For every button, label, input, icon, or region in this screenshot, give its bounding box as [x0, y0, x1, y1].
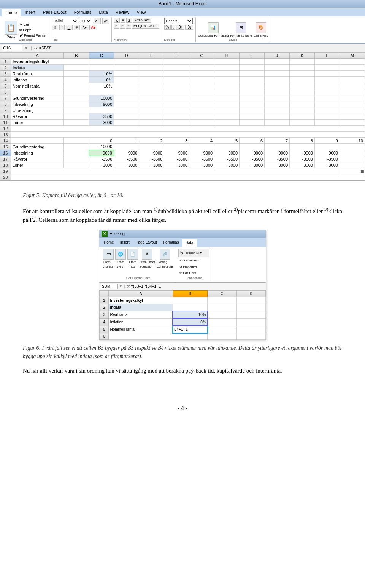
excel2-table-row: 6: [100, 333, 266, 340]
excel2-formula-content: =(B3+1)*(B4+1)-1: [131, 284, 264, 290]
col-i-header[interactable]: I: [240, 53, 265, 59]
formula-display: =$B$8: [39, 46, 363, 50]
existing-connections-button[interactable]: 🔗 ExistingConnections: [157, 249, 173, 269]
table-row: 7 Grundinvestering -10000: [0, 95, 365, 101]
excel2-tab-formulas[interactable]: Formulas: [160, 239, 182, 247]
bold-button[interactable]: B: [52, 25, 59, 30]
decrease-decimal-button[interactable]: .0↓: [185, 25, 193, 30]
paste-button[interactable]: 📋 Paste: [4, 20, 18, 39]
excel2-cell-ref[interactable]: [101, 284, 118, 289]
copy-button[interactable]: ⧉ Copy: [19, 28, 47, 32]
paragraph-2: Nu när allt verkar vara i sin ordning ka…: [23, 367, 342, 375]
from-other-sources-button[interactable]: ⊞ From OtherSources: [140, 249, 155, 269]
col-e-header[interactable]: E: [139, 53, 164, 59]
from-web-button[interactable]: 🌐 FromWeb: [115, 249, 126, 269]
table-row: 12: [0, 126, 365, 132]
font-family-select[interactable]: Calibri: [52, 18, 78, 24]
table-row: 20: [0, 174, 365, 180]
align-center-button[interactable]: ≡: [120, 24, 125, 29]
conditional-formatting-button[interactable]: 📊 Conditional Formatting: [198, 22, 229, 37]
from-text-button[interactable]: 📄 FromText: [127, 249, 138, 269]
tab-data[interactable]: Data: [95, 9, 111, 16]
excel2-logo: X: [102, 231, 108, 237]
tab-pagelayout[interactable]: Page Layout: [39, 9, 70, 16]
format-painter-button[interactable]: 🖌 Format Painter: [19, 33, 47, 37]
table-row: 17 Råvaror -3500 -3500 -3500 -3500 -3500…: [0, 156, 365, 162]
excel2-col-a[interactable]: A: [109, 291, 173, 297]
table-row: 14 0 1 2 3 4 5 6 7 8 9 10: [0, 138, 365, 144]
underline-button[interactable]: U: [66, 25, 73, 30]
tab-insert[interactable]: Insert: [21, 9, 39, 16]
align-middle-button[interactable]: ≡: [121, 18, 126, 23]
excel2-col-b[interactable]: B: [173, 291, 208, 297]
excel2-table-row: 2 Indata: [100, 304, 266, 311]
figure6-caption: Figur 6: I vårt fall ser vi att cellen B…: [23, 344, 342, 360]
fx-icon: fx: [34, 45, 38, 51]
excel2-get-external-data-group: 🗃 FromAccess 🌐 FromWeb 📄 FromText ⊞ From…: [102, 248, 175, 282]
refresh-all-button[interactable]: ↻ Refresh All ▾: [178, 249, 209, 258]
col-f-header[interactable]: F: [164, 53, 189, 59]
cut-button[interactable]: ✂ Cut: [19, 22, 47, 27]
col-g-header[interactable]: G: [189, 53, 214, 59]
excel2-col-d[interactable]: D: [236, 291, 265, 297]
table-row: 16 Inbetalning 9000 9000 9000 9000 9000 …: [0, 150, 365, 156]
col-j-header[interactable]: J: [265, 53, 290, 59]
wrap-text-button[interactable]: Wrap Text: [133, 18, 151, 23]
col-a-header[interactable]: A: [11, 53, 64, 59]
excel2-titlebar: X ▼ ↩ ↪ ⊡: [99, 230, 266, 238]
merge-center-button[interactable]: Merge & Center: [132, 24, 159, 29]
table-row: 8 Inbetalning 9000: [0, 101, 365, 107]
edit-links-button[interactable]: ✏ Edit Links: [178, 271, 209, 276]
excel2-connections-group: ↻ Refresh All ▾ ≡ Connections ⚙ Properti…: [177, 248, 211, 282]
table-row: 6: [0, 89, 365, 95]
font-size-select[interactable]: 11: [80, 18, 92, 24]
italic-button[interactable]: I: [59, 25, 64, 30]
excel2-ribbon-tabs: Home Insert Page Layout Formulas Data: [99, 238, 266, 247]
decrease-font-button[interactable]: A-: [102, 18, 109, 24]
excel2-tab-data[interactable]: Data: [182, 239, 197, 247]
col-m-header[interactable]: M: [340, 53, 365, 59]
font-color-button[interactable]: A▾: [89, 25, 97, 30]
align-bottom-button[interactable]: ⊻: [126, 18, 132, 23]
align-top-button[interactable]: ⊼: [114, 18, 120, 23]
fill-color-button[interactable]: A▾: [81, 25, 89, 30]
col-d-header[interactable]: D: [114, 53, 139, 59]
col-c-header[interactable]: C: [89, 53, 114, 59]
cell-reference-box[interactable]: [2, 45, 22, 51]
tab-formulas[interactable]: Formulas: [70, 9, 95, 16]
tab-home[interactable]: Home: [2, 9, 21, 16]
col-b-header[interactable]: B: [64, 53, 89, 59]
format-as-table-button[interactable]: ⊞ Format as Table: [230, 22, 252, 37]
excel2-tab-pagelayout[interactable]: Page Layout: [133, 239, 160, 247]
titlebar-text: Book1 - Microsoft Excel: [159, 1, 206, 6]
border-button[interactable]: ⊞: [74, 25, 80, 30]
excel2-tab-insert[interactable]: Insert: [117, 239, 133, 247]
col-l-header[interactable]: L: [314, 53, 340, 59]
document-content: Figur 5: Kopiera till övriga celler, år …: [0, 181, 365, 428]
excel-screenshot-2: X ▼ ↩ ↪ ⊡ Home Insert Page Layout Formul…: [99, 230, 266, 340]
ribbon-group-alignment: ⊼ ≡ ⊻ Wrap Text ≡ ≡ ≡ Merge & Center Ali…: [112, 17, 162, 42]
cell-styles-button[interactable]: 🎨 Cell Styles: [254, 22, 268, 37]
increase-decimal-button[interactable]: .0↑: [176, 25, 184, 30]
col-h-header[interactable]: H: [214, 53, 240, 59]
percent-button[interactable]: %: [164, 25, 171, 30]
formula-bar: ▼ | fx =$B$8: [0, 44, 365, 52]
excel2-table-row: 5 Nominell ränta B4+1)-1: [100, 326, 266, 333]
properties-button[interactable]: ⚙ Properties: [178, 265, 209, 270]
table-row: 3 Real ränta 10%: [0, 71, 365, 77]
align-left-button[interactable]: ≡: [114, 24, 119, 29]
tab-view[interactable]: View: [133, 9, 150, 16]
excel2-table-row: 3 Real ränta 10%: [100, 311, 266, 319]
excel2-col-c[interactable]: C: [208, 291, 236, 297]
increase-font-button[interactable]: A+: [94, 18, 101, 24]
comma-button[interactable]: ,: [171, 25, 176, 30]
connections-button[interactable]: ≡ Connections: [178, 258, 209, 263]
col-k-header[interactable]: K: [290, 53, 315, 59]
titlebar: Book1 - Microsoft Excel: [0, 0, 365, 8]
from-access-button[interactable]: 🗃 FromAccess: [103, 249, 114, 269]
tab-review[interactable]: Review: [112, 9, 133, 16]
number-format-select[interactable]: General: [164, 18, 193, 24]
excel2-tab-home[interactable]: Home: [101, 239, 117, 247]
excel2-ribbon-content: 🗃 FromAccess 🌐 FromWeb 📄 FromText ⊞ From…: [99, 247, 266, 283]
align-right-button[interactable]: ≡: [126, 24, 131, 29]
